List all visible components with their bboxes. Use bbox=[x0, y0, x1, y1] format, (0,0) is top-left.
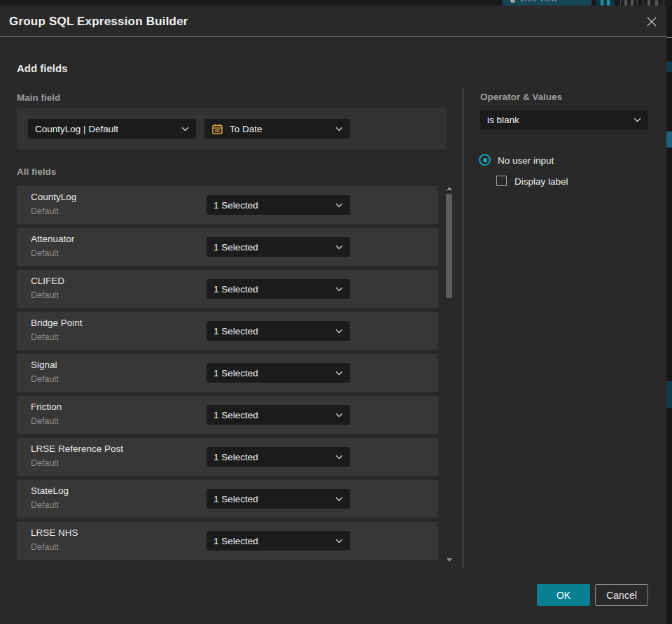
cancel-button[interactable]: Cancel bbox=[595, 584, 648, 606]
panel-divider bbox=[463, 87, 463, 568]
field-row-bridge-point: Bridge Point Default 1 Selected bbox=[17, 312, 438, 350]
main-field-panel: CountyLog | Default To Date bbox=[17, 108, 447, 149]
field-row-countylog: CountyLog Default 1 Selected bbox=[17, 186, 438, 224]
scrollbar-thumb[interactable] bbox=[446, 194, 452, 298]
main-field-dropdown[interactable]: CountyLog | Default bbox=[28, 119, 196, 139]
field-subtitle: Default bbox=[31, 416, 59, 426]
scrollbar-down-arrow[interactable] bbox=[447, 558, 452, 562]
field-selection-dropdown[interactable]: 1 Selected bbox=[206, 279, 350, 299]
no-user-input-label: No user input bbox=[498, 155, 554, 166]
chevron-down-icon bbox=[335, 203, 343, 208]
background-right-edge bbox=[666, 6, 672, 624]
field-name: LRSE Reference Post bbox=[31, 444, 123, 454]
field-selection-dropdown[interactable]: 1 Selected bbox=[206, 531, 350, 551]
close-button[interactable] bbox=[644, 14, 659, 29]
calendar-icon bbox=[211, 123, 223, 135]
field-selection-dropdown[interactable]: 1 Selected bbox=[206, 195, 350, 215]
group-sql-expression-builder-dialog: Group SQL Expression Builder Add fields … bbox=[0, 6, 666, 624]
field-selection-dropdown[interactable]: 1 Selected bbox=[206, 405, 350, 425]
ok-button[interactable]: OK bbox=[537, 584, 590, 606]
background-toolbar-button bbox=[643, 0, 664, 6]
date-field-dropdown[interactable]: To Date bbox=[204, 119, 350, 139]
selection-count: 1 Selected bbox=[214, 284, 331, 295]
main-field-label: Main field bbox=[17, 92, 60, 103]
dialog-title: Group SQL Expression Builder bbox=[9, 6, 188, 37]
chevron-down-icon bbox=[181, 127, 189, 132]
operator-dropdown-value: is blank bbox=[487, 115, 629, 125]
selection-count: 1 Selected bbox=[214, 452, 331, 462]
background-item bbox=[666, 62, 672, 72]
live-view-label: Live view bbox=[520, 0, 557, 3]
chevron-down-icon bbox=[335, 413, 343, 418]
chevron-down-icon bbox=[335, 287, 343, 292]
screen: Live view Group SQL Expression Builder bbox=[0, 0, 672, 624]
selection-count: 1 Selected bbox=[214, 326, 331, 336]
field-subtitle: Default bbox=[31, 542, 59, 552]
background-toolbar-button bbox=[596, 0, 615, 6]
operator-values-label: Operator & Values bbox=[480, 92, 562, 102]
chevron-down-icon bbox=[335, 245, 343, 250]
field-name: CLIFED bbox=[31, 276, 64, 286]
field-name: CountyLog bbox=[31, 192, 76, 202]
operator-dropdown[interactable]: is blank bbox=[480, 111, 648, 129]
selection-count: 1 Selected bbox=[214, 200, 331, 211]
dialog-titlebar: Group SQL Expression Builder bbox=[0, 6, 666, 37]
all-fields-label: All fields bbox=[17, 166, 56, 177]
scrollbar-up-arrow[interactable] bbox=[447, 187, 452, 190]
field-subtitle: Default bbox=[31, 206, 59, 216]
field-name: Signal bbox=[31, 360, 57, 370]
add-fields-heading: Add fields bbox=[17, 62, 68, 74]
radio-selected-icon bbox=[483, 158, 487, 162]
field-row-lrse-reference-post: LRSE Reference Post Default 1 Selected bbox=[17, 438, 438, 476]
selection-count: 1 Selected bbox=[214, 410, 331, 420]
field-row-friction: Friction Default 1 Selected bbox=[17, 396, 438, 434]
live-view-button: Live view bbox=[503, 0, 592, 6]
chevron-down-icon bbox=[335, 329, 343, 334]
field-row-clifed: CLIFED Default 1 Selected bbox=[17, 270, 438, 308]
no-user-input-radio[interactable] bbox=[479, 154, 491, 166]
field-row-attenuator: Attenuator Default 1 Selected bbox=[17, 228, 438, 266]
field-name: Bridge Point bbox=[31, 318, 83, 328]
close-icon bbox=[646, 16, 657, 27]
toggle-bar-icon bbox=[624, 0, 627, 6]
main-field-dropdown-value: CountyLog | Default bbox=[35, 124, 177, 134]
date-dropdown-value: To Date bbox=[230, 124, 331, 134]
selection-count: 1 Selected bbox=[214, 242, 331, 253]
toggle-bar-icon bbox=[648, 0, 650, 6]
chevron-down-icon bbox=[335, 455, 343, 460]
display-label-checkbox[interactable] bbox=[496, 176, 507, 186]
selection-count: 1 Selected bbox=[214, 368, 331, 378]
chevron-down-icon bbox=[335, 371, 343, 376]
field-row-statelog: StateLog Default 1 Selected bbox=[17, 480, 438, 518]
toggle-bar-icon bbox=[607, 0, 610, 6]
field-subtitle: Default bbox=[31, 248, 59, 258]
toggle-bar-icon bbox=[631, 0, 634, 6]
live-view-status-icon bbox=[510, 0, 515, 3]
field-selection-dropdown[interactable]: 1 Selected bbox=[206, 321, 350, 341]
field-subtitle: Default bbox=[31, 290, 59, 300]
field-name: LRSE NHS bbox=[31, 527, 78, 538]
background-item bbox=[666, 381, 672, 408]
chevron-down-icon bbox=[634, 118, 641, 122]
field-name: StateLog bbox=[31, 485, 69, 496]
toggle-bar-icon bbox=[655, 0, 658, 6]
field-subtitle: Default bbox=[31, 458, 59, 468]
field-name: Friction bbox=[31, 402, 62, 412]
field-row-lrse-nhs: LRSE NHS Default 1 Selected bbox=[17, 522, 438, 560]
field-row-signal: Signal Default 1 Selected bbox=[17, 354, 438, 392]
chevron-down-icon bbox=[335, 127, 343, 132]
field-selection-dropdown[interactable]: 1 Selected bbox=[206, 447, 350, 467]
field-selection-dropdown[interactable]: 1 Selected bbox=[206, 489, 350, 509]
field-subtitle: Default bbox=[31, 500, 59, 510]
field-selection-dropdown[interactable]: 1 Selected bbox=[206, 237, 350, 257]
field-selection-dropdown[interactable]: 1 Selected bbox=[206, 363, 350, 383]
selection-count: 1 Selected bbox=[214, 536, 331, 546]
chevron-down-icon bbox=[335, 497, 343, 502]
field-subtitle: Default bbox=[31, 332, 59, 342]
field-name: Attenuator bbox=[31, 234, 74, 244]
chevron-down-icon bbox=[335, 539, 343, 544]
display-label-text: Display label bbox=[514, 176, 568, 187]
background-item bbox=[666, 132, 672, 148]
toggle-bar-icon bbox=[601, 0, 603, 6]
background-toolbar-button bbox=[620, 0, 638, 6]
